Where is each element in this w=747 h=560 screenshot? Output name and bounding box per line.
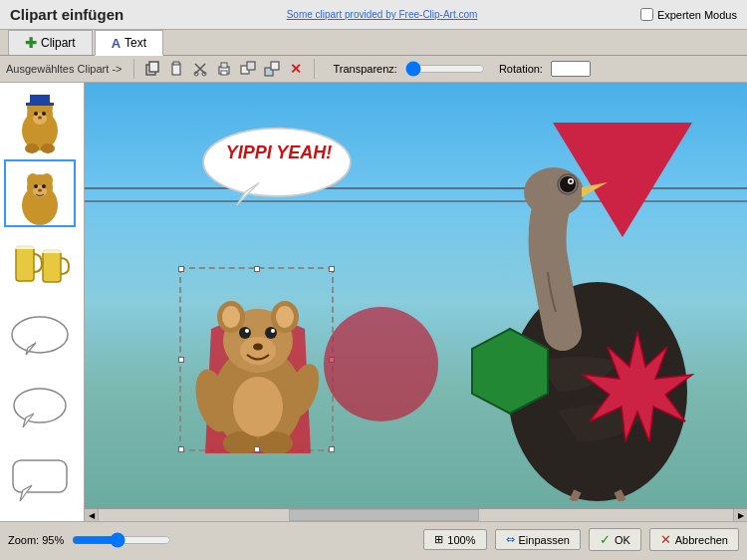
arrange-button[interactable] bbox=[238, 59, 258, 79]
svg-rect-9 bbox=[221, 63, 227, 68]
sidebar-item-rect-bubble[interactable] bbox=[4, 448, 76, 517]
tab-text[interactable]: A Text bbox=[95, 30, 163, 56]
svg-point-72 bbox=[233, 377, 283, 436]
svg-marker-74 bbox=[583, 332, 692, 441]
title-bar: Clipart einfügen Some clipart provided b… bbox=[0, 0, 747, 30]
svg-point-23 bbox=[42, 112, 46, 116]
scene-background: YIPPI YEAH! bbox=[85, 83, 747, 521]
main-content: YIPPI YEAH! bbox=[0, 83, 747, 521]
svg-rect-10 bbox=[221, 71, 227, 75]
sidebar-item-bear[interactable] bbox=[4, 159, 76, 228]
svg-point-34 bbox=[38, 188, 42, 191]
rotation-label: Rotation: bbox=[499, 63, 543, 75]
svg-point-33 bbox=[42, 184, 46, 188]
tab-text-label: Text bbox=[124, 36, 146, 50]
svg-point-26 bbox=[41, 143, 55, 153]
ok-icon: ✓ bbox=[600, 532, 611, 547]
toolbar-separator-1 bbox=[133, 59, 134, 79]
green-hexagon[interactable] bbox=[463, 324, 558, 419]
canvas-area[interactable]: YIPPI YEAH! bbox=[85, 83, 747, 521]
svg-point-62 bbox=[240, 337, 276, 365]
app-title: Clipart einfügen bbox=[10, 6, 124, 23]
svg-point-49 bbox=[570, 180, 573, 183]
copy-button[interactable] bbox=[142, 59, 162, 79]
expert-mode-container: Experten Modus bbox=[640, 8, 737, 21]
tab-bar: ✚ Clipart A Text bbox=[0, 30, 747, 56]
clipart-plus-icon: ✚ bbox=[25, 35, 37, 51]
svg-rect-14 bbox=[271, 62, 279, 70]
starburst[interactable] bbox=[578, 327, 697, 446]
sidebar-item-round-bubble[interactable] bbox=[4, 377, 76, 445]
cancel-label: Abbrechen bbox=[675, 534, 728, 546]
tab-clipart[interactable]: ✚ Clipart bbox=[8, 30, 93, 55]
svg-rect-2 bbox=[172, 64, 180, 75]
svg-point-59 bbox=[222, 306, 240, 328]
svg-line-52 bbox=[618, 491, 622, 501]
svg-point-47 bbox=[560, 176, 576, 192]
zoom-label: Zoom: 95% bbox=[8, 534, 64, 546]
fit-button[interactable]: ⇔ Einpassen bbox=[495, 529, 581, 550]
bear-clipart-selected[interactable] bbox=[179, 267, 334, 451]
svg-point-67 bbox=[253, 344, 263, 351]
sidebar-item-beer[interactable] bbox=[4, 231, 76, 300]
svg-point-24 bbox=[38, 116, 42, 119]
zoom-100-icon: ⊞ bbox=[434, 533, 443, 546]
svg-point-65 bbox=[245, 329, 249, 333]
canvas-scrollbar[interactable]: ◀ ▶ bbox=[85, 508, 747, 521]
svg-point-61 bbox=[276, 306, 294, 328]
attribution-link[interactable]: Some clipart provided by Free-Clip-Art.c… bbox=[287, 9, 478, 20]
fit-icon: ⇔ bbox=[506, 533, 515, 546]
svg-rect-3 bbox=[173, 62, 179, 65]
print-button[interactable] bbox=[214, 59, 234, 79]
toolbar: Ausgewähltes Clipart -> ✕ Transparenz: R… bbox=[0, 56, 747, 83]
speech-bubble[interactable]: YIPPI YEAH! bbox=[192, 125, 362, 214]
svg-point-22 bbox=[34, 112, 38, 116]
svg-point-41 bbox=[14, 389, 66, 422]
svg-point-32 bbox=[34, 184, 38, 188]
cut-button[interactable] bbox=[190, 59, 210, 79]
ok-label: OK bbox=[615, 534, 630, 546]
cancel-icon: ✕ bbox=[660, 532, 671, 547]
bubble-text: YIPPI YEAH! bbox=[210, 142, 348, 164]
svg-rect-43 bbox=[13, 460, 67, 492]
text-A-icon: A bbox=[112, 36, 121, 51]
tab-clipart-label: Clipart bbox=[41, 36, 76, 50]
svg-point-64 bbox=[265, 327, 277, 339]
paste-button[interactable] bbox=[166, 59, 186, 79]
svg-rect-12 bbox=[247, 62, 255, 70]
sidebar-item-bear-hat[interactable] bbox=[4, 87, 76, 155]
zoom-slider[interactable] bbox=[72, 533, 171, 547]
move-back-button[interactable] bbox=[262, 59, 282, 79]
svg-marker-73 bbox=[472, 329, 548, 414]
status-bar: Zoom: 95% ⊞ 100% ⇔ Einpassen ✓ OK ✕ Abbr… bbox=[0, 521, 747, 557]
expert-mode-checkbox[interactable] bbox=[640, 8, 653, 21]
expert-mode-label: Experten Modus bbox=[657, 9, 737, 21]
ok-button[interactable]: ✓ OK bbox=[589, 528, 641, 551]
red-circle[interactable] bbox=[324, 307, 438, 421]
svg-line-51 bbox=[573, 491, 578, 501]
zoom-100-button[interactable]: ⊞ 100% bbox=[423, 529, 486, 550]
toolbar-separator-2 bbox=[314, 59, 315, 79]
svg-point-39 bbox=[12, 317, 68, 353]
svg-rect-36 bbox=[14, 244, 36, 249]
rotation-input[interactable] bbox=[551, 61, 591, 77]
svg-rect-21 bbox=[26, 103, 54, 106]
fit-label: Einpassen bbox=[519, 534, 570, 546]
svg-rect-38 bbox=[41, 248, 63, 253]
svg-point-66 bbox=[271, 329, 275, 333]
selected-clipart-label: Ausgewähltes Clipart -> bbox=[6, 63, 122, 75]
zoom-100-label: 100% bbox=[447, 534, 475, 546]
cancel-button[interactable]: ✕ Abbrechen bbox=[649, 528, 739, 551]
svg-rect-1 bbox=[149, 62, 158, 72]
delete-button[interactable]: ✕ bbox=[286, 59, 306, 79]
svg-point-25 bbox=[25, 143, 39, 153]
sidebar bbox=[0, 83, 85, 521]
svg-point-63 bbox=[239, 327, 251, 339]
svg-rect-35 bbox=[16, 246, 34, 281]
transparency-slider[interactable] bbox=[405, 62, 485, 76]
svg-rect-37 bbox=[43, 250, 61, 282]
transparency-label: Transparenz: bbox=[333, 63, 396, 75]
sidebar-item-oval-bubble[interactable] bbox=[4, 304, 76, 373]
